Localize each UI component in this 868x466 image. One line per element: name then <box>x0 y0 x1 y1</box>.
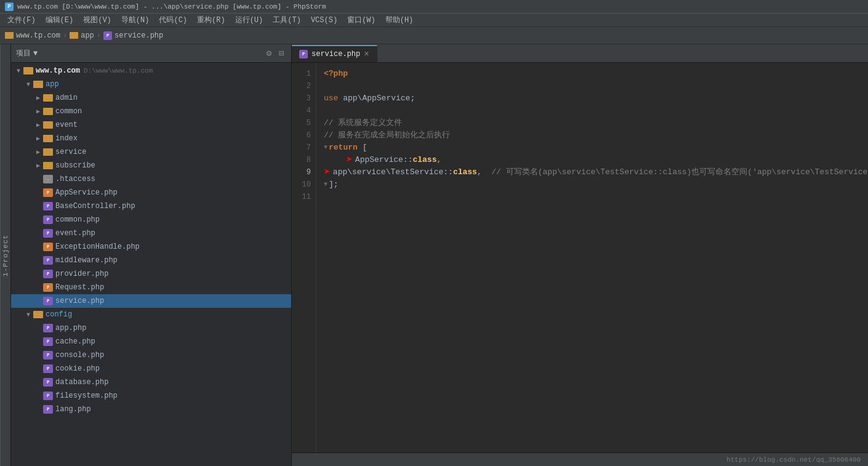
tree-label-cookie: cookie.php <box>55 364 100 373</box>
tab-service-php[interactable]: P service.php × <box>292 45 377 62</box>
menu-navigate[interactable]: 导航(N) <box>116 14 155 26</box>
line-11: 11 <box>292 191 316 203</box>
class-keyword-8: class <box>412 154 436 166</box>
tree-item-appservice[interactable]: P AppService.php <box>11 186 291 199</box>
panel-title: 项目 ▼ <box>16 48 38 58</box>
php-icon-database: P <box>43 378 53 387</box>
htaccess-icon: . <box>43 175 53 183</box>
tree-label-exceptionhandle: ExceptionHandle.php <box>55 243 140 251</box>
tree-item-subscribe[interactable]: ▶ subscribe <box>11 159 291 172</box>
tree-label-appservice: AppService.php <box>55 188 118 197</box>
tab-php-icon: P <box>299 50 308 58</box>
tree-item-app-php[interactable]: P app.php <box>11 321 291 335</box>
tree-label-common: common <box>55 107 82 116</box>
folder-icon-service <box>43 148 53 156</box>
menu-vcs[interactable]: VCS(S) <box>306 15 342 26</box>
tree-item-index[interactable]: ▶ index <box>11 132 291 145</box>
code-area[interactable]: 1 2 3 4 5 6 7 8 9 10 11 <?php <box>292 63 868 452</box>
breadcrumb-file[interactable]: P service.php <box>103 31 163 40</box>
tree-item-app[interactable]: ▼ app <box>11 78 291 91</box>
tree-item-admin[interactable]: ▶ admin <box>11 91 291 105</box>
folder-icon-event <box>43 121 53 129</box>
tree-item-common[interactable]: ▶ common <box>11 105 291 118</box>
tree-item-htaccess[interactable]: . .htaccess <box>11 172 291 186</box>
breadcrumb-bar: www.tp.com › app › P service.php <box>0 27 868 44</box>
php-icon-cache: P <box>43 337 53 346</box>
tree-label-console: console.php <box>55 351 104 360</box>
tree-item-event-php[interactable]: P event.php <box>11 227 291 240</box>
tree-label-event: event <box>55 121 78 129</box>
code-content[interactable]: <?php use app\AppService ; // 系统服务定义文件 <box>316 63 868 452</box>
menu-view[interactable]: 视图(V) <box>78 14 116 26</box>
tree-label-request: Request.php <box>55 283 104 292</box>
breadcrumb-root[interactable]: www.tp.com <box>5 31 60 40</box>
tree-label-common-php: common.php <box>55 215 100 224</box>
settings-icon[interactable]: ⚙ <box>264 49 274 58</box>
tree-arrow-app: ▼ <box>23 81 33 88</box>
status-bar: https://blog.csdn.net/qq_35606400 <box>292 452 868 466</box>
root-path: D:\www\www.tp.com <box>84 67 153 74</box>
tree-label-htaccess: .htaccess <box>55 175 95 183</box>
tree-item-request[interactable]: P Request.php <box>11 281 291 294</box>
menu-edit[interactable]: 编辑(E) <box>41 14 79 26</box>
tree-label-middleware: middleware.php <box>55 256 118 265</box>
php-icon-request: P <box>43 283 53 292</box>
tree-item-event[interactable]: ▶ event <box>11 118 291 132</box>
tree-root[interactable]: ▼ www.tp.com D:\www\www.tp.com <box>11 64 291 78</box>
tree-item-lang[interactable]: P lang.php <box>11 403 291 416</box>
red-arrow-line8: ➤ <box>346 154 353 166</box>
code-line-11 <box>324 191 868 203</box>
tree-item-config[interactable]: ▼ config <box>11 308 291 321</box>
tab-close-button[interactable]: × <box>364 49 369 59</box>
panel-dropdown-icon[interactable]: ▼ <box>33 49 38 58</box>
breadcrumb-app[interactable]: app <box>70 31 94 40</box>
tree-label-cache: cache.php <box>55 337 95 346</box>
line-numbers: 1 2 3 4 5 6 7 8 9 10 11 <box>292 63 316 452</box>
menu-bar: 文件(F) 编辑(E) 视图(V) 导航(N) 代码(C) 重构(R) 运行(U… <box>0 14 868 27</box>
tree-item-service-folder[interactable]: ▶ service <box>11 145 291 159</box>
menu-window[interactable]: 窗口(W) <box>342 14 380 26</box>
window-title: www.tp.com [D:\www\www.tp.com] - ...\app… <box>17 3 326 10</box>
code-line-8: ➤ AppService:: class , <box>324 154 868 166</box>
code-line-10: ▼ ]; <box>324 179 868 191</box>
root-label: www.tp.com <box>36 66 80 75</box>
tree-item-service-php[interactable]: P service.php <box>11 294 291 308</box>
tree-item-filesystem[interactable]: P filesystem.php <box>11 389 291 403</box>
tree-item-exceptionhandle[interactable]: P ExceptionHandle.php <box>11 240 291 254</box>
php-icon-app: P <box>43 324 53 332</box>
menu-code[interactable]: 代码(C) <box>154 14 192 26</box>
use-namespace: app\AppService <box>338 92 410 105</box>
tree-item-console[interactable]: P console.php <box>11 348 291 362</box>
line-4: 4 <box>292 105 316 117</box>
menu-run[interactable]: 运行(U) <box>230 14 268 26</box>
line-5: 5 <box>292 117 316 129</box>
comment-line5: // 系统服务定义文件 <box>324 117 402 129</box>
panel-title-text: 项目 <box>16 48 31 58</box>
tree-arrow-config: ▼ <box>23 311 33 318</box>
menu-file[interactable]: 文件(F) <box>2 14 41 26</box>
menu-help[interactable]: 帮助(H) <box>380 14 419 26</box>
tree-item-cookie[interactable]: P cookie.php <box>11 362 291 376</box>
tree-item-database[interactable]: P database.php <box>11 376 291 389</box>
fold-icon-10[interactable]: ▼ <box>324 179 328 191</box>
panel-header: 项目 ▼ ⚙ ⊟ <box>11 44 291 63</box>
menu-tools[interactable]: 工具(T) <box>268 14 306 26</box>
comma-8: , <box>436 154 441 166</box>
tree-item-middleware[interactable]: P middleware.php <box>11 254 291 267</box>
code-line-2 <box>324 80 868 92</box>
breadcrumb-sep2: › <box>97 31 101 40</box>
tree-item-basecontroller[interactable]: P BaseController.php <box>11 199 291 213</box>
fold-icon-7[interactable]: ▼ <box>324 142 328 154</box>
tree-item-common-php[interactable]: P common.php <box>11 213 291 227</box>
tree-item-provider[interactable]: P provider.php <box>11 267 291 281</box>
breadcrumb-root-label: www.tp.com <box>16 31 60 40</box>
tab-label: service.php <box>311 50 360 58</box>
vertical-project-label[interactable]: 1-Project <box>0 44 11 466</box>
php-icon-exception: P <box>43 243 53 251</box>
tree-label-lang: lang.php <box>55 405 91 414</box>
line-3: 3 <box>292 92 316 105</box>
tree-item-cache[interactable]: P cache.php <box>11 335 291 348</box>
menu-refactor[interactable]: 重构(R) <box>192 14 230 26</box>
layout-icon[interactable]: ⊟ <box>276 49 286 58</box>
project-panel: 项目 ▼ ⚙ ⊟ ▼ www.tp.com D:\www\www.tp.com … <box>11 44 292 466</box>
